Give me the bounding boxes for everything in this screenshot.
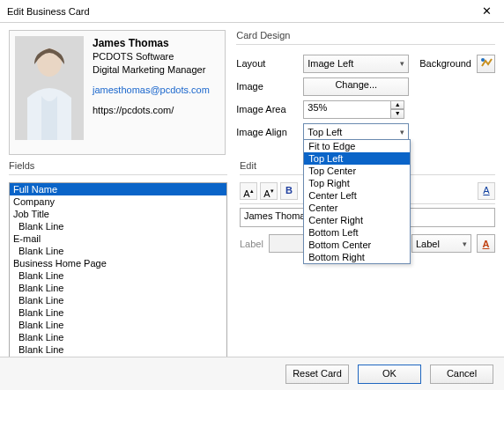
list-item[interactable]: Blank Line [10,294,226,306]
dialog-title: Edit Business Card [7,6,474,17]
cancel-button[interactable]: Cancel [430,365,493,384]
label-position-select[interactable]: Label ▾ [411,234,471,253]
list-item[interactable]: Blank Line [10,319,226,331]
list-item[interactable]: Blank Line [10,331,226,343]
dropdown-option[interactable]: Center Left [304,189,410,202]
list-item[interactable]: Blank Line [10,306,226,319]
list-item[interactable]: Blank Line [10,269,226,282]
fields-label: Fields [9,160,227,171]
label-position-value: Label [416,239,440,249]
fields-listbox[interactable]: Full NameCompanyJob Title Blank LineE-ma… [9,182,227,358]
chevron-down-icon: ▾ [400,128,404,136]
dropdown-option[interactable]: Top Right [304,177,410,189]
dropdown-option[interactable]: Center [304,202,410,214]
card-design-label: Card Design [236,30,495,41]
label-color-button[interactable]: A [477,234,495,253]
increase-font-button[interactable]: A▴ [240,182,257,200]
image-area-value[interactable]: 35% [303,100,391,119]
dropdown-option[interactable]: Center Right [304,214,410,226]
image-align-dropdown[interactable]: Fit to EdgeTop LeftTop CenterTop RightCe… [303,139,411,264]
card-name: James Thomas [93,36,210,50]
spinner-down-icon[interactable]: ▼ [390,109,404,119]
card-email: jamesthomas@pcdots.com [93,84,210,97]
bold-button[interactable]: B [280,182,298,200]
close-icon[interactable]: ✕ [474,4,499,18]
dropdown-option[interactable]: Top Left [304,152,410,165]
background-label: Background [419,58,471,69]
reset-card-button[interactable]: Reset Card [285,365,349,384]
image-area-label: Image Area [236,104,298,114]
list-item[interactable]: Company [10,195,226,208]
contact-photo [15,36,84,140]
chevron-down-icon: ▾ [400,59,404,68]
card-url: https://pcdots.com/ [93,104,210,117]
list-item[interactable]: Full Name [10,183,226,195]
card-company: PCDOTS Software [93,50,210,63]
list-item[interactable]: Blank Line [10,220,226,232]
layout-label: Layout [236,58,298,69]
image-align-label: Image Align [236,127,298,137]
list-item[interactable]: Blank Line [10,282,226,294]
list-item[interactable]: Business Home Page [10,257,226,269]
change-image-button[interactable]: Change... [303,77,409,96]
title-bar: Edit Business Card ✕ [0,0,504,23]
list-item[interactable]: Job Title [10,208,226,220]
list-item[interactable]: E-mail [10,232,226,245]
spinner-up-icon[interactable]: ▲ [390,100,404,110]
dropdown-option[interactable]: Bottom Right [304,251,410,263]
image-area-spinner[interactable]: 35% ▲ ▼ [303,100,404,119]
dropdown-option[interactable]: Fit to Edge [304,140,410,152]
card-jobtitle: Digital Marketing Manager [93,63,210,77]
image-align-value: Top Left [308,127,342,137]
background-color-button[interactable] [477,55,495,73]
layout-value: Image Left [308,58,353,69]
image-label: Image [236,81,298,92]
svg-point-2 [481,58,485,62]
font-color-button[interactable]: A [478,182,495,200]
list-item[interactable]: Blank Line [10,245,226,257]
chevron-down-icon: ▾ [463,239,467,248]
ok-button[interactable]: OK [358,365,421,384]
layout-select[interactable]: Image Left ▾ [303,55,409,73]
list-item[interactable]: Blank Line [10,343,226,356]
dropdown-option[interactable]: Bottom Center [304,239,410,251]
dropdown-option[interactable]: Bottom Left [304,226,410,239]
card-preview: James Thomas PCDOTS Software Digital Mar… [9,30,226,155]
decrease-font-button[interactable]: A▾ [260,182,278,200]
label-caption: Label [240,239,263,249]
dropdown-option[interactable]: Top Center [304,165,410,177]
dialog-footer: Reset Card OK Cancel [0,357,504,390]
